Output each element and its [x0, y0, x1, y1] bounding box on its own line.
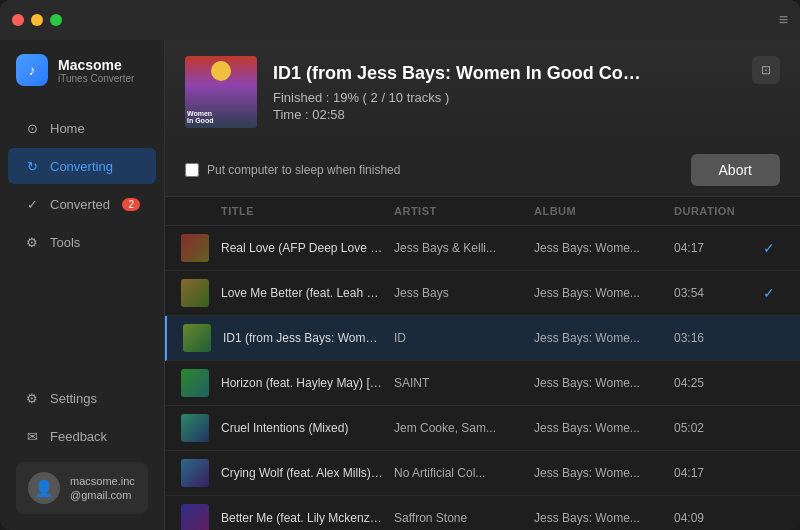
sidebar: ♪ Macsome iTunes Converter ⊙ Home ↻ Conv… — [0, 0, 165, 530]
traffic-lights — [12, 14, 62, 26]
track-thumb — [183, 324, 211, 352]
track-duration-cell: 03:16 — [674, 331, 754, 345]
track-title-cell: Love Me Better (feat. Leah Guest) [Du... — [221, 286, 394, 300]
track-album-cell: Jess Bays: Wome... — [534, 331, 674, 345]
track-title-cell: Horizon (feat. Hayley May) [Mixed] — [221, 376, 394, 390]
table-row[interactable]: Crying Wolf (feat. Alex Mills) [Mixed] N… — [165, 451, 800, 496]
track-thumb — [181, 369, 209, 397]
track-duration-cell: 04:25 — [674, 376, 754, 390]
sidebar-label-home: Home — [50, 121, 85, 136]
sidebar-label-feedback: Feedback — [50, 429, 107, 444]
col-title: TITLE — [221, 205, 394, 217]
track-list: TITLE ARTIST ALBUM DURATION Real Love (A… — [165, 197, 800, 530]
col-status — [754, 205, 784, 217]
sidebar-label-tools: Tools — [50, 235, 80, 250]
sidebar-item-tools[interactable]: ⚙ Tools — [8, 224, 156, 260]
minimize-button[interactable] — [31, 14, 43, 26]
sleep-label: Put computer to sleep when finished — [207, 163, 400, 177]
sidebar-label-converting: Converting — [50, 159, 113, 174]
list-header: TITLE ARTIST ALBUM DURATION — [165, 197, 800, 226]
track-thumb — [181, 414, 209, 442]
abort-button[interactable]: Abort — [691, 154, 780, 186]
track-duration-cell: 05:02 — [674, 421, 754, 435]
maximize-button[interactable] — [50, 14, 62, 26]
track-status-cell: ✓ — [754, 240, 784, 256]
sidebar-item-converted[interactable]: ✓ Converted 2 — [8, 186, 156, 222]
track-artist-cell: No Artificial Col... — [394, 466, 534, 480]
track-album-cell: Jess Bays: Wome... — [534, 511, 674, 525]
table-row[interactable]: Cruel Intentions (Mixed) Jem Cooke, Sam.… — [165, 406, 800, 451]
settings-icon: ⚙ — [24, 390, 40, 406]
table-row[interactable]: ID1 (from Jess Bays: Women In Good ... I… — [165, 316, 800, 361]
track-title-cell: ID1 (from Jess Bays: Women In Good ... — [223, 331, 394, 345]
logo: ♪ Macsome iTunes Converter — [0, 40, 164, 100]
track-progress: Finished : 19% ( 2 / 10 tracks ) — [273, 90, 780, 105]
logo-subtitle: iTunes Converter — [58, 73, 134, 84]
track-title-cell: Better Me (feat. Lily Mckenzie) [Mixed] — [221, 511, 394, 525]
converting-icon: ↻ — [24, 158, 40, 174]
track-thumb — [181, 279, 209, 307]
sidebar-label-settings: Settings — [50, 391, 97, 406]
track-duration-cell: 03:54 — [674, 286, 754, 300]
sidebar-item-feedback[interactable]: ✉ Feedback — [8, 418, 156, 454]
sidebar-bottom: ⚙ Settings ✉ Feedback 👤 macsome.inc @gma… — [0, 370, 164, 530]
sidebar-item-converting[interactable]: ↻ Converting — [8, 148, 156, 184]
col-artist: ARTIST — [394, 205, 534, 217]
track-info: ID1 (from Jess Bays: Women In Good Compa… — [273, 63, 780, 122]
col-album: ALBUM — [534, 205, 674, 217]
sleep-option: Put computer to sleep when finished — [185, 163, 400, 177]
col-thumb — [181, 205, 221, 217]
menu-icon[interactable]: ≡ — [779, 11, 788, 29]
logo-name: Macsome — [58, 57, 134, 73]
track-title: ID1 (from Jess Bays: Women In Good Compa… — [273, 63, 653, 84]
track-rows: Real Love (AFP Deep Love Mix) [Mixed] Je… — [165, 226, 800, 530]
badge-converted: 2 — [122, 198, 140, 211]
sleep-checkbox[interactable] — [185, 163, 199, 177]
track-album-cell: Jess Bays: Wome... — [534, 376, 674, 390]
track-artist-cell: SAINT — [394, 376, 534, 390]
track-artist-cell: Saffron Stone — [394, 511, 534, 525]
table-row[interactable]: Horizon (feat. Hayley May) [Mixed] SAINT… — [165, 361, 800, 406]
table-row[interactable]: Real Love (AFP Deep Love Mix) [Mixed] Je… — [165, 226, 800, 271]
table-row[interactable]: Love Me Better (feat. Leah Guest) [Du...… — [165, 271, 800, 316]
track-artist-cell: Jem Cooke, Sam... — [394, 421, 534, 435]
tools-icon: ⚙ — [24, 234, 40, 250]
track-time: Time : 02:58 — [273, 107, 780, 122]
track-thumb — [181, 504, 209, 530]
track-artist-cell: Jess Bays — [394, 286, 534, 300]
title-bar: ≡ — [0, 0, 800, 40]
main-content: ID1 (from Jess Bays: Women In Good Compa… — [165, 0, 800, 530]
controls-bar: Put computer to sleep when finished Abor… — [165, 144, 800, 197]
album-art — [185, 56, 257, 128]
track-album-cell: Jess Bays: Wome... — [534, 241, 674, 255]
sidebar-label-converted: Converted — [50, 197, 110, 212]
track-artist-cell: ID — [394, 331, 534, 345]
track-title-cell: Cruel Intentions (Mixed) — [221, 421, 394, 435]
user-profile: 👤 macsome.inc @gmail.com — [16, 462, 148, 514]
track-artist-cell: Jess Bays & Kelli... — [394, 241, 534, 255]
table-row[interactable]: Better Me (feat. Lily Mckenzie) [Mixed] … — [165, 496, 800, 530]
track-album-cell: Jess Bays: Wome... — [534, 421, 674, 435]
col-duration: DURATION — [674, 205, 754, 217]
sidebar-item-settings[interactable]: ⚙ Settings — [8, 380, 156, 416]
user-email-line1: macsome.inc — [70, 474, 135, 488]
now-playing-section: ID1 (from Jess Bays: Women In Good Compa… — [165, 40, 800, 144]
track-album-cell: Jess Bays: Wome... — [534, 466, 674, 480]
track-duration-cell: 04:17 — [674, 241, 754, 255]
track-thumb — [181, 459, 209, 487]
sidebar-nav: ⊙ Home ↻ Converting ✓ Converted 2 ⚙ Tool… — [0, 100, 164, 370]
track-status-cell: ✓ — [754, 285, 784, 301]
track-duration-cell: 04:09 — [674, 511, 754, 525]
expand-button[interactable]: ⊡ — [752, 56, 780, 84]
close-button[interactable] — [12, 14, 24, 26]
track-album-cell: Jess Bays: Wome... — [534, 286, 674, 300]
user-email-line2: @gmail.com — [70, 488, 135, 502]
converted-icon: ✓ — [24, 196, 40, 212]
track-title-cell: Real Love (AFP Deep Love Mix) [Mixed] — [221, 241, 394, 255]
logo-icon: ♪ — [16, 54, 48, 86]
track-title-cell: Crying Wolf (feat. Alex Mills) [Mixed] — [221, 466, 394, 480]
feedback-icon: ✉ — [24, 428, 40, 444]
logo-text: Macsome iTunes Converter — [58, 57, 134, 84]
sidebar-item-home[interactable]: ⊙ Home — [8, 110, 156, 146]
avatar: 👤 — [28, 472, 60, 504]
